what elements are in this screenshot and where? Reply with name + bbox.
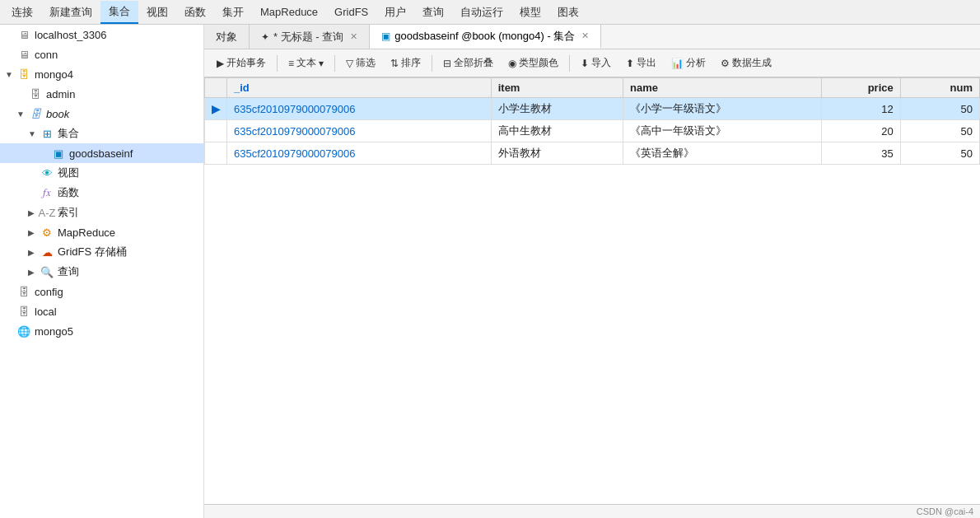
nav-query[interactable]: 查询 — [414, 2, 452, 23]
sidebar-item-gridfs[interactable]: ▶ ☁ GridFS 存储桶 — [0, 242, 203, 262]
nav-user[interactable]: 用户 — [376, 2, 414, 23]
sort-button[interactable]: ⇅ 排序 — [385, 54, 427, 72]
arrow-right-icon: ▶ — [28, 228, 40, 237]
sidebar-item-conn[interactable]: 🖥 conn — [0, 44, 203, 64]
tab-label: 对象 — [216, 30, 237, 44]
sidebar-item-mongo5[interactable]: 🌐 mongo5 — [0, 321, 203, 341]
cell-name: 《小学一年级语文》 — [623, 98, 822, 120]
table-row[interactable]: 635cf2010979000079006 高中生教材 《高中一年级语文》 20… — [205, 120, 980, 142]
col-price-header[interactable]: price — [821, 78, 900, 98]
col-item-header[interactable]: item — [491, 78, 623, 98]
sidebar-item-admin[interactable]: 🗄 admin — [0, 84, 203, 104]
sidebar-label: admin — [46, 88, 75, 100]
sidebar-item-local[interactable]: 🗄 local — [0, 301, 203, 321]
server-icon: 🖥 — [16, 47, 31, 62]
sidebar-label: goodsbaseinf — [69, 147, 133, 160]
nav-autorun[interactable]: 自动运行 — [452, 2, 511, 23]
dropdown-arrow-icon: ▾ — [319, 58, 324, 69]
collapse-icon: ⊟ — [443, 58, 451, 69]
table-row[interactable]: 635cf2010979000079006 外语教材 《英语全解》 35 50 — [205, 142, 980, 165]
generate-icon: ⚙ — [721, 58, 730, 69]
toolbar-label: 文本 — [296, 56, 316, 70]
sidebar-item-functions[interactable]: 𝑓𝑥 函数 — [0, 183, 203, 203]
data-table-area: _id item name price num ▶ 635cf201097900… — [204, 77, 980, 504]
cell-price: 20 — [821, 120, 900, 142]
nav-open[interactable]: 集开 — [214, 2, 252, 23]
tab-objects[interactable]: 对象 — [204, 25, 250, 49]
tab-collection[interactable]: ▣ goodsbaseinf @book (mongo4) - 集合 ✕ — [370, 25, 601, 49]
sidebar-label: 视图 — [58, 166, 79, 180]
cell-item: 高中生教材 — [491, 120, 623, 142]
import-button[interactable]: ⬇ 导入 — [575, 54, 617, 72]
cell-name: 《英语全解》 — [623, 142, 822, 165]
sidebar-label: book — [46, 108, 69, 120]
sort-icon: ⇅ — [390, 58, 399, 69]
cell-price: 35 — [821, 142, 900, 165]
arrow-down-icon: ▼ — [28, 129, 40, 138]
row-arrow-cell — [205, 142, 227, 165]
text-button[interactable]: ≡ 文本 ▾ — [282, 54, 329, 72]
db-gray-icon: 🗄 — [16, 284, 31, 299]
analyze-button[interactable]: 📊 分析 — [665, 54, 712, 72]
toolbar-label: 全部折叠 — [454, 56, 493, 70]
row-arrow-cell — [205, 120, 227, 142]
row-arrow-cell: ▶ — [205, 98, 227, 120]
nav-new-query[interactable]: 新建查询 — [41, 2, 100, 23]
nav-function[interactable]: 函数 — [176, 2, 214, 23]
sidebar-label: conn — [35, 49, 58, 61]
sidebar-label: 函数 — [58, 185, 79, 200]
arrow-down-icon: ▼ — [5, 70, 16, 79]
nav-view[interactable]: 视图 — [138, 2, 176, 23]
separator — [277, 55, 278, 72]
sidebar-item-mongo4[interactable]: ▼ 🗄 mongo4 — [0, 64, 203, 84]
export-button[interactable]: ⬆ 导出 — [620, 54, 662, 72]
toolbar-label: 开始事务 — [226, 56, 266, 70]
book-icon: 🗄 — [28, 106, 43, 121]
sidebar-item-indexes[interactable]: ▶ A-Z 索引 — [0, 203, 203, 222]
tab-collection-icon: ▣ — [381, 30, 390, 42]
mapreduce-icon: ⚙ — [40, 225, 54, 240]
sidebar-item-collection-group[interactable]: ▼ ⊞ 集合 — [0, 124, 203, 143]
type-color-button[interactable]: ◉ 类型颜色 — [502, 54, 564, 72]
footer: CSDN @cai-4 — [204, 504, 980, 518]
sidebar-label: MapReduce — [58, 226, 115, 239]
import-icon: ⬇ — [581, 58, 589, 69]
tab-close-icon[interactable]: ✕ — [350, 31, 357, 42]
col-id-header[interactable]: _id — [227, 78, 492, 98]
tab-query-icon: ✦ — [261, 31, 269, 43]
collapse-all-button[interactable]: ⊟ 全部折叠 — [437, 54, 499, 72]
sidebar-item-book[interactable]: ▼ 🗄 book — [0, 104, 203, 124]
server-icon: 🖥 — [16, 27, 31, 42]
analyze-icon: 📊 — [671, 58, 684, 69]
server-orange-icon: 🌐 — [16, 324, 31, 338]
arrow-right-icon: ▶ — [28, 248, 40, 257]
cell-num: 50 — [900, 120, 979, 142]
cell-item: 外语教材 — [491, 142, 623, 165]
data-generate-button[interactable]: ⚙ 数据生成 — [715, 54, 777, 72]
tab-label: * 无标题 - 查询 — [273, 30, 343, 44]
table-header-row: _id item name price num — [205, 78, 980, 98]
nav-chart[interactable]: 图表 — [549, 2, 587, 23]
table-row[interactable]: ▶ 635cf2010979000079006 小学生教材 《小学一年级语文》 … — [205, 98, 980, 120]
separator — [569, 55, 570, 72]
col-num-header[interactable]: num — [900, 78, 979, 98]
sidebar-item-views[interactable]: 👁 视图 — [0, 163, 203, 183]
cell-id: 635cf2010979000079006 — [227, 98, 492, 120]
col-name-header[interactable]: name — [623, 78, 822, 98]
sidebar-label: local — [35, 306, 57, 318]
tab-close-icon[interactable]: ✕ — [581, 30, 589, 41]
sidebar-item-localhost[interactable]: 🖥 localhost_3306 — [0, 25, 203, 44]
sidebar-item-goodsbaseinf[interactable]: ▣ goodsbaseinf — [0, 143, 203, 163]
sidebar-item-mapreduce[interactable]: ▶ ⚙ MapReduce — [0, 222, 203, 242]
start-transaction-button[interactable]: ▶ 开始事务 — [211, 54, 272, 72]
sidebar-item-config[interactable]: 🗄 config — [0, 282, 203, 301]
nav-model[interactable]: 模型 — [511, 2, 549, 23]
color-icon: ◉ — [508, 58, 516, 69]
sidebar-item-queries[interactable]: ▶ 🔍 查询 — [0, 262, 203, 282]
tab-query[interactable]: ✦ * 无标题 - 查询 ✕ — [250, 25, 370, 49]
nav-mapreduce[interactable]: MapReduce — [252, 2, 326, 21]
filter-button[interactable]: ▽ 筛选 — [340, 54, 381, 72]
nav-collection[interactable]: 集合 — [100, 1, 138, 24]
nav-connect[interactable]: 连接 — [3, 2, 41, 23]
nav-gridfs[interactable]: GridFS — [326, 2, 376, 21]
